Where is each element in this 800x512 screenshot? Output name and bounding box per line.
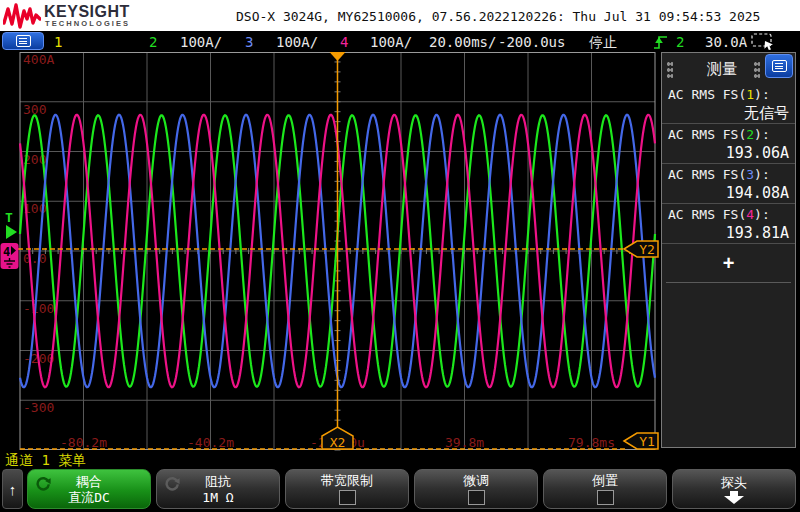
header-bar: KEYSIGHT TECHNOLOGIES DSO-X 3024G, MY625… [0, 0, 800, 31]
measurement-value: 194.08A [668, 184, 789, 202]
add-measurement-button[interactable]: + [662, 244, 795, 282]
svg-text:Y1: Y1 [639, 434, 655, 449]
menu-icon [16, 35, 31, 47]
trigger-level-label: T [5, 210, 13, 225]
cycle-icon [164, 475, 180, 491]
svg-text:X2: X2 [330, 435, 346, 450]
svg-text:400A: 400A [23, 52, 54, 67]
trigger-level-icon[interactable] [6, 225, 17, 239]
svg-text:-40.2m: -40.2m [187, 435, 234, 450]
softkey-impedance[interactable]: 阻抗 1M Ω [156, 469, 280, 509]
keysight-logo-icon [3, 2, 41, 29]
trigger-level[interactable]: 30.0A [705, 34, 747, 50]
channel-3-button[interactable]: 3 [245, 34, 253, 50]
channel-4-scale[interactable]: 100A/ [370, 34, 412, 50]
svg-text:39.8m: 39.8m [445, 435, 484, 450]
status-bar: 1 2 100A/ 3 100A/ 4 100A/ 20.00ms/ -200.… [0, 31, 800, 52]
measurement-value: 193.81A [668, 224, 789, 242]
measurement-list: AC RMS FS(1): 无信号 AC RMS FS(2): 193.06A … [662, 84, 795, 283]
oscilloscope-screen: KEYSIGHT TECHNOLOGIES DSO-X 3024G, MY625… [0, 0, 800, 512]
measurement-value: 无信号 [668, 104, 789, 123]
svg-text:-80.2m: -80.2m [60, 435, 107, 450]
down-arrow-icon [723, 491, 745, 504]
checkbox-unchecked-icon [339, 490, 356, 505]
drag-handle-icon[interactable] [754, 62, 760, 78]
softkey-menu-title: 通道 1 菜单 [5, 452, 86, 470]
trigger-source[interactable]: 2 [676, 34, 684, 50]
softkey-fine-adjust[interactable]: 微调 [414, 469, 538, 509]
cycle-icon [35, 475, 51, 491]
measure-menu-button[interactable] [765, 54, 793, 78]
up-arrow-icon: ↑ [9, 481, 17, 498]
svg-text:-100: -100 [23, 301, 54, 316]
measurement-label: AC RMS FS(1): [668, 87, 789, 102]
measurement-row[interactable]: AC RMS FS(3): 194.08A [662, 164, 795, 204]
softkey-probe[interactable]: 探头 [672, 469, 796, 509]
channel-2-scale[interactable]: 100A/ [180, 34, 222, 50]
svg-text:-300: -300 [23, 400, 54, 415]
svg-text:Y2: Y2 [639, 242, 655, 257]
measure-panel: 测量 AC RMS FS(1): 无信号 AC RMS FS(2): 193.0… [661, 52, 796, 448]
trigger-edge-icon [653, 34, 669, 50]
measurement-row[interactable]: AC RMS FS(4): 193.81A [662, 204, 795, 244]
horizontal-delay[interactable]: -200.0us [498, 34, 565, 50]
instrument-title: DSO-X 3024G, MY62510006, 07.56.202212022… [236, 9, 760, 24]
timebase-setting[interactable]: 20.00ms/ [429, 34, 496, 50]
channel-2-button[interactable]: 2 [149, 34, 157, 50]
softkey-coupling[interactable]: 耦合 直流DC [27, 469, 151, 509]
channel-4-marker-label: 4 [3, 245, 10, 259]
panel-title: 测量 [662, 60, 782, 79]
measurement-row[interactable]: AC RMS FS(1): 无信号 [662, 84, 795, 124]
menu-icon [772, 60, 787, 72]
svg-text:79.8ms: 79.8ms [568, 435, 615, 450]
channel-1-button[interactable]: 1 [54, 34, 62, 50]
selection-tool-icon[interactable] [751, 33, 775, 50]
measurement-label: AC RMS FS(4): [668, 207, 789, 222]
main-menu-button[interactable] [2, 32, 44, 50]
menu-back-button[interactable]: ↑ [2, 469, 23, 509]
measurement-value: 193.06A [668, 144, 789, 162]
measurement-label: AC RMS FS(3): [668, 167, 789, 182]
channel-4-button[interactable]: 4 [340, 34, 348, 50]
softkey-invert[interactable]: 倒置 [543, 469, 667, 509]
waveform-display[interactable]: 400A3002001000.0-100-200-300-80.2m-40.2m… [0, 52, 662, 452]
measurement-label: AC RMS FS(2): [668, 127, 789, 142]
brand-subtitle: TECHNOLOGIES [45, 19, 130, 28]
checkbox-unchecked-icon [597, 490, 614, 505]
run-state-indicator: 停止 [589, 34, 617, 52]
softkey-bw-limit[interactable]: 带宽限制 [285, 469, 409, 509]
channel-3-scale[interactable]: 100A/ [276, 34, 318, 50]
checkbox-unchecked-icon [468, 490, 485, 505]
measurement-row[interactable]: AC RMS FS(2): 193.06A [662, 124, 795, 164]
divider [666, 282, 791, 283]
svg-text:0.0: 0.0 [23, 251, 46, 266]
